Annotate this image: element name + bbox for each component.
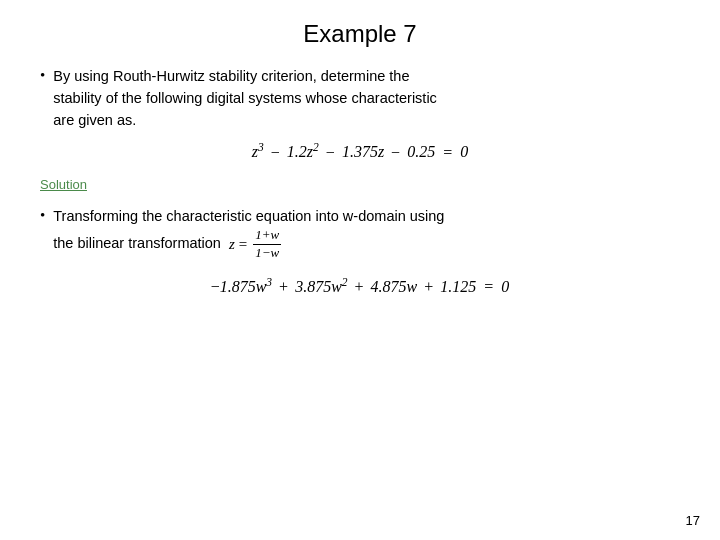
eq2-math: −1.875w3 + 3.875w2 + 4.875w + 1.125 = 0	[211, 276, 510, 296]
solution-link-container: Solution	[40, 176, 680, 200]
page-number: 17	[686, 513, 700, 528]
equation-block-1: z3 − 1.2z2 − 1.375z − 0.25 = 0	[40, 141, 680, 161]
bilinear-numerator: 1+w	[253, 227, 281, 245]
solution-link[interactable]: Solution	[40, 177, 87, 192]
bullet1-line1: By using Routh-Hurwitz stability criteri…	[53, 68, 409, 84]
bullet-point-1: •	[40, 67, 45, 84]
page-container: Example 7 • By using Routh-Hurwitz stabi…	[0, 0, 720, 540]
bilinear-eq: z = 1+w 1−w	[229, 227, 283, 262]
bullet-item-1: • By using Routh-Hurwitz stability crite…	[40, 66, 680, 131]
bullet-text-1: By using Routh-Hurwitz stability criteri…	[53, 66, 437, 131]
eq1-math: z3 − 1.2z2 − 1.375z − 0.25 = 0	[252, 141, 468, 161]
bullet1-line2: stability of the following digital syste…	[53, 90, 437, 106]
bullet2-line1: Transforming the characteristic equation…	[53, 208, 444, 224]
bilinear-denominator: 1−w	[253, 245, 281, 262]
equation2-display: −1.875w3 + 3.875w2 + 4.875w + 1.125 = 0	[40, 276, 680, 296]
bullet-text-2: Transforming the characteristic equation…	[53, 206, 444, 263]
page-title: Example 7	[40, 20, 680, 48]
bilinear-equals: =	[239, 233, 247, 256]
equation1-display: z3 − 1.2z2 − 1.375z − 0.25 = 0	[40, 141, 680, 161]
bilinear-fraction: 1+w 1−w	[253, 227, 281, 262]
bullet1-line3: are given as.	[53, 112, 136, 128]
equation-block-2: −1.875w3 + 3.875w2 + 4.875w + 1.125 = 0	[40, 276, 680, 296]
bilinear-z: z	[229, 233, 235, 256]
bullet-point-2: •	[40, 207, 45, 224]
bullet2-line2: the bilinear transformation	[53, 236, 221, 252]
bullet-item-2: • Transforming the characteristic equati…	[40, 206, 680, 263]
